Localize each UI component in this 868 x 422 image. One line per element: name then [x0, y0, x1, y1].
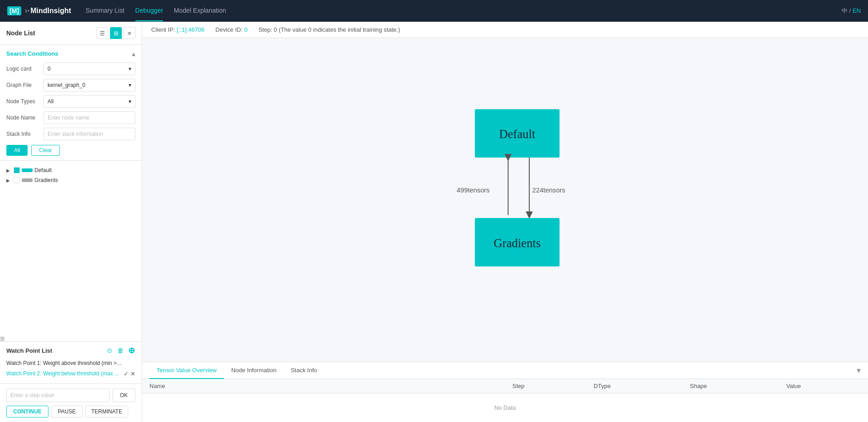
- terminate-button[interactable]: TERMINATE: [85, 406, 128, 417]
- step-label: Step:: [259, 26, 274, 33]
- edge-label-224: 224tensors: [532, 187, 566, 194]
- tree-checkbox-gradients[interactable]: [14, 177, 20, 183]
- tree-label-gradients: Gradients: [34, 177, 58, 183]
- graph-area: Default 499tensors 224tensors: [142, 38, 868, 362]
- top-navigation: [M] 1+ MindInsight Summary List Debugger…: [0, 0, 868, 22]
- graph-file-label: Graph File: [6, 82, 43, 88]
- view-icons: ☰ ⊞ ≡: [96, 27, 135, 39]
- tree-item-default[interactable]: ▶ Default: [6, 165, 135, 175]
- node-types-select[interactable]: All ▾: [43, 95, 135, 108]
- collapse-search-icon[interactable]: [132, 49, 135, 58]
- view-grid-button[interactable]: ⊞: [110, 27, 122, 39]
- search-conditions-section: Search Conditions Logic card 0 ▾ Graph F…: [0, 45, 142, 161]
- node-types-label: Node Types: [6, 98, 43, 105]
- step-info: Step: 0 (The value 0 indicates the initi…: [259, 26, 400, 33]
- device-id-info: Device ID: 0: [216, 26, 248, 33]
- all-button[interactable]: All: [6, 145, 28, 156]
- app-name: MindInsight: [30, 7, 71, 15]
- action-buttons: CONTINUE PAUSE TERMINATE: [6, 406, 135, 417]
- view-menu-button[interactable]: ≡: [124, 27, 135, 39]
- bottom-panel: Tensor Value Overview Node Information S…: [142, 362, 868, 422]
- no-data-text: No Data: [142, 393, 868, 422]
- watch-point-icons: ⊙ 🗑 ⊕: [106, 346, 135, 355]
- table-body: No Data: [142, 393, 868, 422]
- no-data-row: No Data: [142, 393, 868, 422]
- node-name-label: Node Name: [6, 115, 43, 121]
- nav-links: Summary List Debugger Model Explanation: [86, 0, 842, 21]
- graph-svg: Default 499tensors 224tensors: [142, 38, 868, 362]
- logic-card-row: Logic card 0 ▾: [6, 62, 135, 75]
- tab-tensor-value-overview[interactable]: Tensor Value Overview: [149, 362, 224, 379]
- step-desc: (The value 0 indicates the initial train…: [278, 26, 400, 33]
- node-name-row: Node Name: [6, 111, 135, 124]
- step-row: OK: [6, 388, 135, 402]
- lang-cn[interactable]: 中: [842, 7, 848, 14]
- stack-info-label: Stack Info: [6, 131, 43, 137]
- sidebar-header: Node List ☰ ⊞ ≡: [0, 22, 142, 45]
- watch-point-title: Watch Point List: [6, 347, 52, 354]
- tab-node-information[interactable]: Node Information: [224, 362, 284, 379]
- watch-point-item-1[interactable]: Watch Point 1: Weight above threshold (m…: [6, 358, 135, 369]
- lang-separator: /: [849, 7, 851, 14]
- app-logo: [M] 1+ MindInsight: [7, 6, 71, 15]
- col-name: Name: [142, 379, 505, 393]
- client-ip-info: Client IP: [::1]:46706: [151, 26, 205, 33]
- bottom-controls: OK CONTINUE PAUSE TERMINATE: [0, 384, 142, 422]
- tabs-bar: Tensor Value Overview Node Information S…: [142, 362, 868, 379]
- logic-card-select[interactable]: 0 ▾: [43, 62, 135, 75]
- delete-icon[interactable]: 🗑: [116, 346, 125, 355]
- tree-checkbox-default[interactable]: [14, 167, 20, 173]
- wp-cancel-icon[interactable]: ✕: [130, 370, 135, 377]
- client-info-bar: Client IP: [::1]:46706 Device ID: 0 Step…: [142, 22, 868, 38]
- watch-point-header: Watch Point List ⊙ 🗑 ⊕: [6, 346, 135, 355]
- tab-stack-info[interactable]: Stack Info: [283, 362, 324, 379]
- table-header: Name Step DType Shape Value: [142, 379, 868, 393]
- ok-button[interactable]: OK: [112, 388, 135, 402]
- logic-card-chevron: ▾: [129, 66, 131, 72]
- tree-arrow-default: ▶: [6, 168, 12, 173]
- graph-file-value: kernel_graph_0: [48, 82, 85, 88]
- nav-model-explanation[interactable]: Model Explanation: [174, 0, 226, 21]
- logo-sup: 1+: [25, 9, 29, 13]
- main-layout: Node List ☰ ⊞ ≡ Search Conditions Logic …: [0, 22, 868, 422]
- device-id-value: 0: [244, 26, 247, 33]
- tree-arrow-gradients: ▶: [6, 178, 12, 183]
- continue-button[interactable]: CONTINUE: [6, 406, 48, 417]
- graph-file-select[interactable]: kernel_graph_0 ▾: [43, 79, 135, 91]
- sidebar: Node List ☰ ⊞ ≡ Search Conditions Logic …: [0, 22, 142, 422]
- nav-debugger[interactable]: Debugger: [135, 0, 163, 21]
- stack-info-row: Stack Info: [6, 128, 135, 140]
- language-switcher: 中 / EN: [842, 7, 861, 15]
- pause-button[interactable]: PAUSE: [51, 406, 83, 417]
- edge-label-499: 499tensors: [457, 187, 490, 194]
- view-list-button[interactable]: ☰: [96, 27, 108, 39]
- watch-point-item-2[interactable]: Watch Point 2: Weight below threshold (m…: [6, 369, 119, 379]
- filter-icon[interactable]: ⊙: [106, 346, 114, 355]
- resize-handle[interactable]: ⠿: [0, 336, 5, 341]
- col-step: Step: [505, 379, 587, 393]
- search-conditions-title: Search Conditions: [6, 50, 58, 57]
- watch-point-2-actions: ✓ ✕: [124, 370, 135, 377]
- tree-color-default: [22, 168, 33, 172]
- lang-en[interactable]: EN: [853, 7, 861, 14]
- wp-confirm-icon[interactable]: ✓: [124, 370, 129, 377]
- client-ip-value: [::1]:46706: [177, 26, 204, 33]
- right-panel: Client IP: [::1]:46706 Device ID: 0 Step…: [142, 22, 868, 422]
- col-shape: Shape: [683, 379, 779, 393]
- expand-panel-icon[interactable]: [857, 365, 861, 375]
- graph-node-gradients-label: Gradients: [494, 236, 541, 250]
- search-conditions-header: Search Conditions: [6, 49, 135, 58]
- step-value-input[interactable]: [6, 388, 110, 402]
- clear-button[interactable]: Clear: [31, 145, 60, 156]
- node-name-input[interactable]: [43, 111, 135, 124]
- node-types-value: All: [48, 98, 53, 105]
- node-list-title: Node List: [6, 29, 35, 37]
- search-buttons: All Clear: [6, 145, 135, 156]
- col-value: Value: [779, 379, 868, 393]
- add-icon[interactable]: ⊕: [127, 346, 135, 355]
- stack-info-input[interactable]: [43, 128, 135, 140]
- nav-summary-list[interactable]: Summary List: [86, 0, 125, 21]
- logo-bracket: [M]: [7, 6, 21, 15]
- tree-item-gradients[interactable]: ▶ Gradients: [6, 175, 135, 185]
- data-table: Name Step DType Shape Value No Data: [142, 379, 868, 422]
